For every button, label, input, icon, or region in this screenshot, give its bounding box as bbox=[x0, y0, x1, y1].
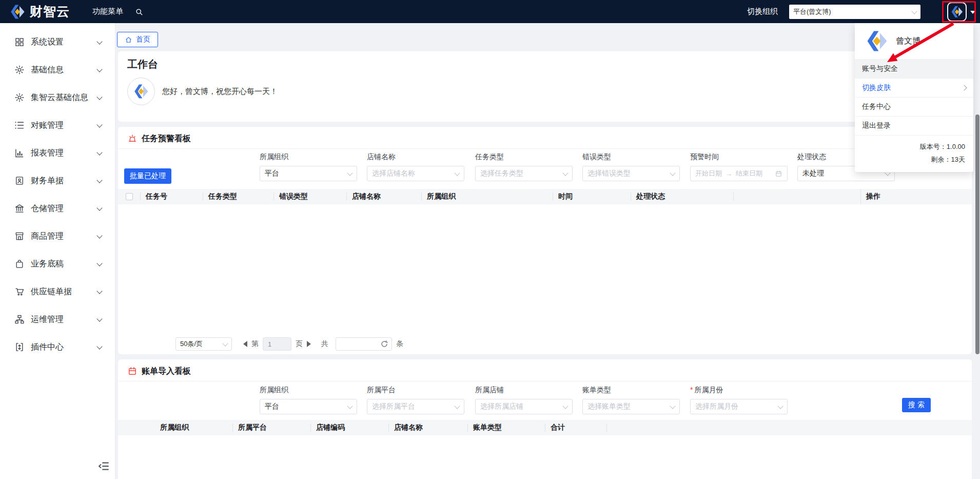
avatar-logo-icon bbox=[865, 29, 889, 53]
page-size-select[interactable]: 50条/页 bbox=[175, 337, 232, 351]
remaining-days: 剩余：13天 bbox=[863, 153, 965, 166]
sidebar-item-basic-info[interactable]: 基础信息 bbox=[0, 56, 115, 84]
required-mark: * bbox=[690, 386, 693, 394]
search-button[interactable]: 搜 索 bbox=[902, 398, 931, 412]
greeting-row: 您好，曾文博，祝您开心每一天！ bbox=[127, 78, 963, 105]
sidebar-collapse-icon[interactable] bbox=[97, 460, 110, 472]
gear-icon bbox=[14, 65, 25, 75]
avatar-logo-icon bbox=[133, 83, 149, 100]
filter-task-type: 任务类型 选择任务类型 bbox=[475, 152, 573, 181]
bill-board-header: 账单导入看板 bbox=[118, 359, 972, 377]
platform-select[interactable]: 选择所属平台 bbox=[367, 399, 464, 414]
select-value: 平台 bbox=[265, 169, 279, 178]
grid-icon bbox=[14, 37, 25, 47]
search-icon[interactable] bbox=[134, 7, 144, 16]
total-count-input[interactable] bbox=[336, 337, 392, 351]
task-table-header: 任务号 任务类型 错误类型 店铺名称 所属组织 时间 处理状态 操作 bbox=[118, 189, 972, 204]
sidebar-item-jizhiyun-basic-info[interactable]: 集智云基础信息 bbox=[0, 84, 115, 111]
pagination: 50条/页 第 1 页 共 条 bbox=[118, 334, 972, 354]
workbench-card: 工作台 您好，曾文博，祝您开心每一天！ bbox=[118, 51, 972, 122]
filter-month: *所属月份 选择所属月份 bbox=[690, 386, 788, 414]
sidebar-item-label: 集智云基础信息 bbox=[31, 92, 88, 103]
sidebar-item-plugin-center[interactable]: 插件中心 bbox=[0, 333, 115, 361]
chevron-down-icon bbox=[347, 170, 352, 176]
chevron-down-icon bbox=[562, 170, 568, 176]
bar-chart-icon bbox=[14, 148, 25, 158]
shop-name-select[interactable]: 选择店铺名称 bbox=[367, 166, 464, 181]
user-menu-caret-icon[interactable] bbox=[970, 11, 975, 14]
sidebar-item-reports[interactable]: 报表管理 bbox=[0, 139, 115, 167]
column-header: 任务号 bbox=[141, 189, 203, 204]
filter-bill-type: 账单类型 选择账单类型 bbox=[582, 386, 680, 414]
org-select[interactable]: 平台 bbox=[260, 399, 357, 414]
prev-page-button[interactable] bbox=[243, 341, 247, 347]
sidebar-item-label: 运维管理 bbox=[31, 314, 64, 325]
next-page-button[interactable] bbox=[307, 341, 311, 347]
select-value: 平台 bbox=[265, 402, 279, 411]
column-header: 处理状态 bbox=[631, 189, 734, 204]
filter-shop-name: 店铺名称 选择店铺名称 bbox=[367, 152, 464, 181]
page-number-input[interactable]: 1 bbox=[263, 337, 291, 351]
sidebar-item-system-settings[interactable]: 系统设置 bbox=[0, 28, 115, 56]
sidebar-item-business-draft[interactable]: 业务底稿 bbox=[0, 250, 115, 278]
sidebar-item-label: 基础信息 bbox=[31, 65, 64, 75]
sidebar-item-reconciliation[interactable]: 对账管理 bbox=[0, 111, 115, 139]
filter-label-required: *所属月份 bbox=[690, 386, 788, 395]
tab-bar: 首页 bbox=[115, 23, 980, 51]
chevron-down-icon bbox=[222, 340, 228, 346]
error-type-select[interactable]: 选择错误类型 bbox=[582, 166, 680, 181]
filter-label: 账单类型 bbox=[582, 386, 680, 395]
sidebar-nav: 系统设置 基础信息 集智云基础信息 对账管理 报表管理 财务单据 仓储管理 商品… bbox=[0, 23, 115, 479]
chevron-down-icon bbox=[96, 177, 102, 183]
batch-process-button[interactable]: 批量已处理 bbox=[124, 168, 171, 184]
org-select[interactable]: 平台(曾文博) bbox=[789, 5, 920, 19]
org-select[interactable]: 平台 bbox=[260, 166, 357, 181]
column-header: 错误类型 bbox=[274, 189, 347, 204]
select-placeholder: 选择店铺名称 bbox=[372, 169, 415, 178]
column-header: 时间 bbox=[553, 189, 631, 204]
tab-home[interactable]: 首页 bbox=[117, 32, 158, 47]
filter-org: 所属组织 平台 bbox=[260, 386, 357, 414]
select-all-checkbox[interactable] bbox=[126, 193, 133, 200]
filter-label: 店铺名称 bbox=[367, 152, 464, 162]
org-select-value: 平台(曾文博) bbox=[793, 7, 831, 16]
column-header: 所属组织 bbox=[155, 420, 233, 435]
top-navbar: 财智云 功能菜单 切换组织 平台(曾文博) bbox=[0, 0, 980, 23]
menu-item-account-security[interactable]: 账号与安全 bbox=[855, 59, 973, 78]
page-suffix-label: 页 bbox=[296, 339, 303, 349]
chevron-down-icon bbox=[96, 260, 102, 266]
shop-select[interactable]: 选择所属店铺 bbox=[475, 399, 573, 414]
bag-icon bbox=[14, 259, 25, 269]
menu-item-logout[interactable]: 退出登录 bbox=[855, 116, 973, 135]
sidebar-item-finance-docs[interactable]: 财务单据 bbox=[0, 167, 115, 195]
user-avatar-button[interactable] bbox=[947, 2, 967, 22]
page-prefix-label: 第 bbox=[251, 339, 259, 349]
action-column-header: 操作 bbox=[860, 189, 972, 204]
chevron-down-icon bbox=[670, 170, 675, 176]
menu-item-switch-skin[interactable]: 切换皮肤 bbox=[855, 78, 973, 97]
sidebar-item-supply-chain[interactable]: 供应链单据 bbox=[0, 278, 115, 305]
date-range-picker[interactable]: 开始日期 → 结束日期 bbox=[690, 166, 788, 181]
chevron-down-icon bbox=[96, 205, 102, 210]
bill-type-select[interactable]: 选择账单类型 bbox=[582, 399, 680, 414]
tab-home-label: 首页 bbox=[136, 35, 150, 44]
select-placeholder: 选择所属店铺 bbox=[480, 402, 523, 411]
sidebar-item-warehouse[interactable]: 仓储管理 bbox=[0, 195, 115, 222]
scrollbar-thumb[interactable] bbox=[975, 114, 979, 354]
index-column-spacer bbox=[118, 420, 155, 435]
filter-label: 所属组织 bbox=[260, 152, 357, 162]
brand-name: 财智云 bbox=[30, 3, 70, 20]
user-dropdown-menu: 曾文博 账号与安全 切换皮肤 任务中心 退出登录 版本号：1.0.00 剩余：1… bbox=[855, 23, 973, 172]
function-menu-button[interactable]: 功能菜单 bbox=[92, 7, 123, 16]
sidebar-item-label: 仓储管理 bbox=[31, 203, 64, 214]
chevron-down-icon bbox=[96, 149, 102, 155]
end-date-placeholder: 结束日期 bbox=[736, 169, 762, 178]
navbar-left: 财智云 功能菜单 bbox=[9, 0, 144, 23]
sidebar-item-products[interactable]: 商品管理 bbox=[0, 222, 115, 250]
menu-item-task-center[interactable]: 任务中心 bbox=[855, 97, 973, 116]
sidebar-item-ops-management[interactable]: 运维管理 bbox=[0, 305, 115, 333]
month-select[interactable]: 选择所属月份 bbox=[690, 399, 788, 414]
task-type-select[interactable]: 选择任务类型 bbox=[475, 166, 573, 181]
select-placeholder: 选择任务类型 bbox=[480, 169, 523, 178]
refresh-icon[interactable] bbox=[380, 340, 388, 348]
